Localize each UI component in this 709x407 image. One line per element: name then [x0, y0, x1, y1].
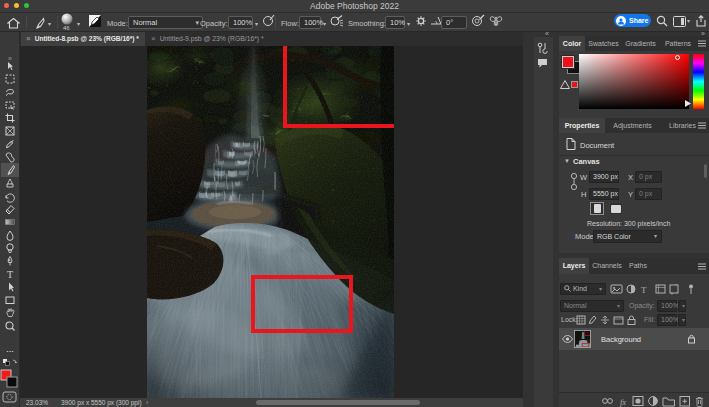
svg-text:T: T [641, 285, 647, 295]
svg-text:…: … [6, 345, 14, 354]
svg-text:fx: fx [620, 397, 626, 407]
svg-text:T: T [7, 269, 13, 280]
svg-text:»: » [8, 55, 12, 62]
